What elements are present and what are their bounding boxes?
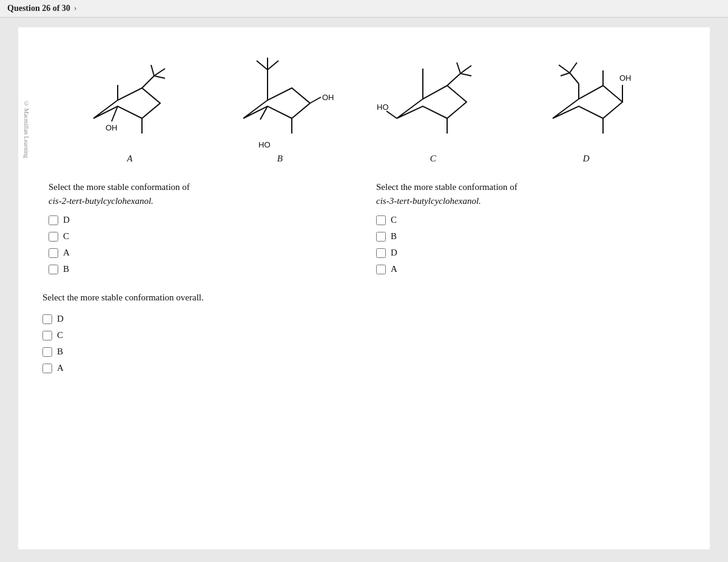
svg-text:HO: HO <box>377 103 389 112</box>
q1-checkbox-b[interactable] <box>49 265 58 274</box>
svg-line-6 <box>154 76 165 78</box>
overall-label-b: B <box>57 347 63 357</box>
q1-checkbox-c[interactable] <box>49 232 58 242</box>
q1-option-c[interactable]: C <box>49 231 352 242</box>
q1-label-d: D <box>63 215 70 225</box>
molecule-a-label: A <box>127 154 132 164</box>
q2-option-b[interactable]: B <box>376 231 679 242</box>
molecule-d: OH D <box>531 46 641 164</box>
question1-section: Select the more stable conformation of c… <box>36 182 364 274</box>
svg-line-20 <box>386 111 397 118</box>
overall-checkbox-d[interactable] <box>42 314 52 324</box>
svg-line-22 <box>447 73 460 86</box>
svg-line-10 <box>310 97 321 103</box>
overall-label-a: A <box>57 363 64 373</box>
molecule-b: OH HO B <box>225 52 334 164</box>
q2-checkbox-d[interactable] <box>376 248 386 258</box>
molecule-d-label: D <box>583 154 590 164</box>
molecule-b-label: B <box>277 154 283 164</box>
q2-label-b: B <box>391 231 397 242</box>
q2-option-d[interactable]: D <box>376 248 679 258</box>
overall-section: Select the more stable conformation over… <box>30 274 698 373</box>
molecule-c: HO C <box>376 46 491 164</box>
q1-label-a: A <box>63 248 70 258</box>
q2-label-d: D <box>391 248 397 258</box>
question1-prompt: Select the more stable conformation of <box>49 182 352 192</box>
question2-section: Select the more stable conformation of c… <box>364 182 692 274</box>
watermark: © Macmillan Learning <box>23 100 30 158</box>
molecules-row: OH A OH <box>30 39 698 170</box>
q2-option-c[interactable]: C <box>376 215 679 225</box>
q2-option-a[interactable]: A <box>376 264 679 274</box>
svg-line-33 <box>570 63 577 73</box>
svg-text:OH: OH <box>619 73 632 83</box>
overall-checkbox-a[interactable] <box>42 364 52 373</box>
question-counter: Question 26 of 30 <box>7 4 70 13</box>
svg-line-14 <box>268 61 278 70</box>
chevron-icon[interactable]: › <box>74 4 77 13</box>
molecule-c-label: C <box>430 154 436 164</box>
q1-label-c: C <box>63 231 69 242</box>
q2-checkbox-a[interactable] <box>376 265 386 274</box>
q2-checkbox-c[interactable] <box>376 215 386 225</box>
question2-options: C B D A <box>376 215 679 274</box>
molecule-a: OH A <box>75 52 184 164</box>
svg-line-5 <box>154 69 165 76</box>
overall-option-b[interactable]: B <box>42 347 686 357</box>
q2-checkbox-b[interactable] <box>376 232 386 242</box>
q1-label-b: B <box>63 264 69 274</box>
overall-checkbox-c[interactable] <box>42 331 52 340</box>
overall-prompt: Select the more stable conformation over… <box>42 293 686 303</box>
q2-label-c: C <box>391 215 397 225</box>
svg-line-7 <box>151 65 154 76</box>
svg-line-23 <box>460 66 471 73</box>
q1-option-b[interactable]: B <box>49 264 352 274</box>
svg-line-32 <box>559 65 570 73</box>
overall-label-c: C <box>57 330 63 340</box>
overall-option-c[interactable]: C <box>42 330 686 340</box>
svg-line-34 <box>561 73 570 76</box>
svg-line-31 <box>570 73 579 84</box>
svg-text:OH: OH <box>106 123 118 132</box>
overall-option-a[interactable]: A <box>42 363 686 373</box>
q2-label-a: A <box>391 264 397 274</box>
svg-text:OH: OH <box>322 93 334 102</box>
q1-option-a[interactable]: A <box>49 248 352 258</box>
svg-line-4 <box>142 76 154 88</box>
svg-line-25 <box>457 63 460 73</box>
svg-line-13 <box>257 61 268 70</box>
overall-option-d[interactable]: D <box>42 314 686 324</box>
svg-line-24 <box>460 73 471 76</box>
q1-option-d[interactable]: D <box>49 215 352 225</box>
questions-row: Select the more stable conformation of c… <box>30 182 698 274</box>
question1-compound: cis-2-tert-butylcyclohexanol. <box>49 196 352 206</box>
overall-options: D C B A <box>42 314 686 373</box>
question1-options: D C A B <box>49 215 352 274</box>
q1-checkbox-a[interactable] <box>49 248 58 258</box>
question2-prompt: Select the more stable conformation of <box>376 182 679 192</box>
question2-compound: cis-3-tert-butylcyclohexanol. <box>376 196 679 206</box>
overall-checkbox-b[interactable] <box>42 347 52 357</box>
overall-label-d: D <box>57 314 64 324</box>
page-container: © Macmillan Learning OH A <box>18 27 710 549</box>
svg-text:HO: HO <box>258 140 271 149</box>
q1-checkbox-d[interactable] <box>49 215 58 225</box>
top-bar: Question 26 of 30 › <box>0 0 728 18</box>
